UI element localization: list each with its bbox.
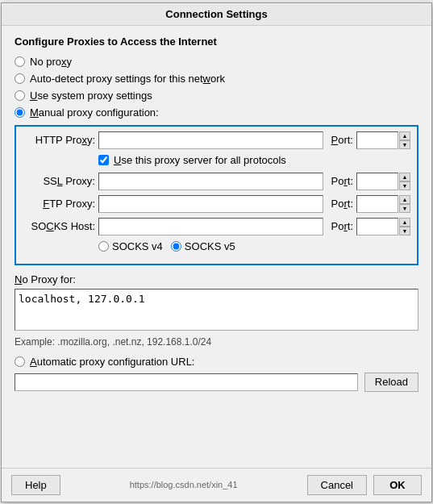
auto-detect-radio[interactable] (15, 73, 25, 84)
http-port-input[interactable]: 3128 (356, 131, 398, 149)
auto-proxy-url-row: Reload (15, 373, 418, 392)
socks-port-down[interactable]: ▼ (399, 227, 410, 235)
ssl-port-spinner[interactable]: ▲ ▼ (399, 173, 410, 190)
socks-port-wrapper: 3128 ▲ ▼ (356, 218, 410, 235)
auto-proxy-label: Automatic proxy configuration URL: (30, 356, 194, 368)
socks-host-row: SOCKS Host: 172.25.254.62 Port: 3128 ▲ ▼ (23, 218, 410, 235)
ssl-proxy-label: SSL Proxy: (23, 175, 95, 187)
http-proxy-input[interactable]: 172.25.254.62 (98, 131, 323, 149)
footer-actions: Cancel OK (307, 475, 422, 495)
ssl-port-label: Port: (331, 175, 353, 187)
ssl-port-wrapper: 3128 ▲ ▼ (356, 173, 410, 190)
socks-port-label: Port: (331, 220, 353, 232)
http-proxy-row: HTTP Proxy: 172.25.254.62 Port: 3128 ▲ ▼ (23, 131, 410, 149)
socks-v4-radio[interactable] (98, 241, 109, 252)
ssl-port-input[interactable]: 3128 (356, 173, 398, 190)
section-title: Configure Proxies to Access the Internet (15, 35, 418, 48)
use-all-proxy-checkbox[interactable] (98, 155, 109, 165)
ssl-proxy-row: SSL Proxy: 172.25.254.62 Port: 3128 ▲ ▼ (23, 173, 410, 190)
auto-proxy-row[interactable]: Automatic proxy configuration URL: (15, 356, 418, 368)
socks-host-input[interactable]: 172.25.254.62 (98, 218, 323, 235)
help-button[interactable]: Help (11, 475, 60, 495)
ok-button[interactable]: OK (373, 475, 422, 495)
no-proxy-radio[interactable] (15, 56, 25, 67)
status-bar-url: https://blog.csdn.net/xin_41 (60, 480, 307, 489)
footer-help: Help (11, 475, 60, 495)
socks-v4-option[interactable]: SOCKS v4 (98, 240, 163, 252)
cancel-button[interactable]: Cancel (307, 475, 367, 495)
manual-proxy-option[interactable]: Manual proxy configuration: (15, 106, 418, 119)
socks-host-label: SOCKS Host: (23, 220, 95, 232)
socks-v5-radio[interactable] (171, 241, 181, 252)
socks-port-spinner[interactable]: ▲ ▼ (399, 218, 410, 235)
system-proxy-option[interactable]: Use system proxy settings (15, 90, 418, 102)
socks-v5-option[interactable]: SOCKS v5 (171, 240, 235, 252)
reload-button[interactable]: Reload (364, 373, 418, 392)
system-proxy-label: Use system proxy settings (30, 90, 152, 102)
ftp-port-spinner[interactable]: ▲ ▼ (399, 195, 410, 213)
auto-detect-label: Auto-detect proxy settings for this netw… (30, 73, 225, 85)
proxy-options-group: No proxy Auto-detect proxy settings for … (15, 56, 418, 119)
use-all-proxy-label: Use this proxy server for all protocols (114, 154, 286, 166)
ssl-proxy-input[interactable]: 172.25.254.62 (98, 173, 323, 190)
manual-proxy-box: HTTP Proxy: 172.25.254.62 Port: 3128 ▲ ▼… (15, 125, 418, 265)
http-port-down[interactable]: ▼ (399, 140, 410, 149)
dialog-body: Configure Proxies to Access the Internet… (2, 26, 431, 468)
use-proxy-row: Use this proxy server for all protocols (23, 154, 410, 166)
socks-version-row: SOCKS v4 SOCKS v5 (23, 240, 410, 252)
no-proxy-option[interactable]: No proxy (15, 56, 418, 68)
ftp-port-wrapper: 3128 ▲ ▼ (356, 195, 410, 213)
http-port-spinner[interactable]: ▲ ▼ (399, 131, 410, 149)
no-proxy-label: No proxy (30, 56, 72, 68)
auto-proxy-radio[interactable] (15, 356, 25, 367)
ftp-proxy-input[interactable]: 172.25.254.62 (98, 195, 323, 213)
ftp-proxy-row: FTP Proxy: 172.25.254.62 Port: 3128 ▲ ▼ (23, 195, 410, 213)
ssl-port-down[interactable]: ▼ (399, 181, 410, 190)
socks-v5-label: SOCKS v5 (185, 240, 235, 252)
example-text: Example: .mozilla.org, .net.nz, 192.168.… (15, 336, 418, 348)
dialog-title: Connection Settings (2, 3, 431, 26)
manual-proxy-radio[interactable] (15, 107, 25, 118)
auto-proxy-input[interactable] (15, 373, 358, 391)
ssl-port-up[interactable]: ▲ (399, 173, 410, 181)
socks-port-up[interactable]: ▲ (399, 218, 410, 227)
manual-proxy-label: Manual proxy configuration: (30, 106, 159, 119)
ftp-port-down[interactable]: ▼ (399, 204, 410, 213)
socks-port-input[interactable]: 3128 (356, 218, 398, 235)
system-proxy-radio[interactable] (15, 90, 25, 101)
http-proxy-label: HTTP Proxy: (23, 134, 95, 146)
ftp-port-up[interactable]: ▲ (399, 195, 410, 204)
ftp-proxy-label: FTP Proxy: (23, 198, 95, 210)
connection-settings-dialog: Connection Settings Configure Proxies to… (1, 2, 432, 502)
ftp-port-label: Port: (331, 198, 353, 210)
http-port-wrapper: 3128 ▲ ▼ (356, 131, 410, 149)
no-proxy-for-label: No Proxy for: (15, 273, 418, 285)
http-port-up[interactable]: ▲ (399, 131, 410, 140)
http-port-label: Port: (331, 134, 353, 146)
ftp-port-input[interactable]: 3128 (356, 195, 398, 213)
socks-v4-label: SOCKS v4 (112, 240, 163, 252)
dialog-footer: Help https://blog.csdn.net/xin_41 Cancel… (2, 468, 431, 502)
auto-detect-option[interactable]: Auto-detect proxy settings for this netw… (15, 73, 418, 85)
no-proxy-section: No Proxy for: localhost, 127.0.0.1 Examp… (15, 273, 418, 348)
no-proxy-textarea[interactable]: localhost, 127.0.0.1 (15, 289, 418, 331)
